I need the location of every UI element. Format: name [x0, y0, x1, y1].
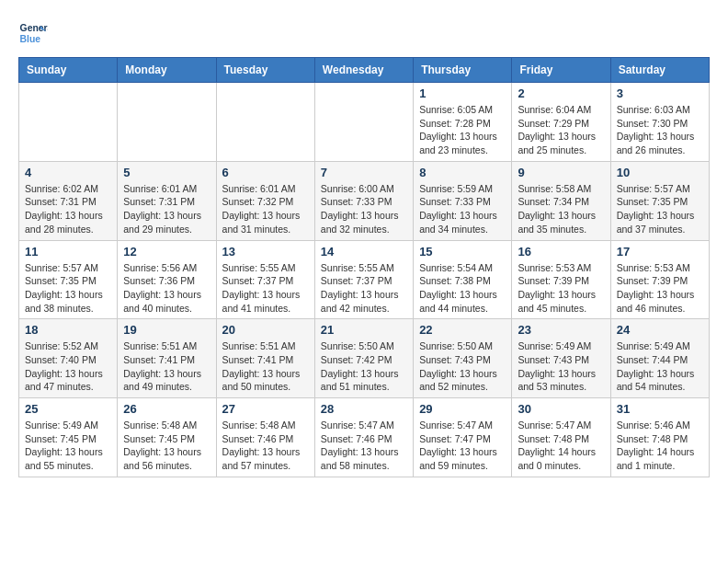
- calendar-table: SundayMondayTuesdayWednesdayThursdayFrid…: [18, 57, 710, 477]
- day-number: 9: [518, 166, 604, 179]
- calendar-row: 18Sunrise: 5:52 AMSunset: 7:40 PMDayligh…: [19, 319, 710, 398]
- day-info: Sunrise: 5:49 AMSunset: 7:43 PMDaylight:…: [518, 339, 604, 394]
- svg-text:General: General: [20, 23, 48, 33]
- day-info: Sunrise: 5:57 AMSunset: 7:35 PMDaylight:…: [617, 182, 703, 236]
- weekday-label: Friday: [512, 58, 610, 83]
- day-number: 19: [123, 323, 210, 337]
- weekday-label: Saturday: [610, 58, 709, 83]
- weekday-label: Sunday: [19, 58, 118, 83]
- weekday-label: Monday: [118, 58, 216, 83]
- day-info: Sunrise: 5:55 AMSunset: 7:37 PMDaylight:…: [321, 261, 407, 316]
- calendar-cell: [314, 83, 413, 162]
- day-info: Sunrise: 5:52 AMSunset: 7:40 PMDaylight:…: [25, 339, 111, 394]
- day-info: Sunrise: 5:47 AMSunset: 7:47 PMDaylight:…: [419, 419, 506, 473]
- calendar-row: 11Sunrise: 5:57 AMSunset: 7:35 PMDayligh…: [19, 240, 710, 319]
- day-number: 24: [617, 323, 703, 337]
- day-info: Sunrise: 5:53 AMSunset: 7:39 PMDaylight:…: [617, 261, 703, 316]
- page-header: General Blue: [18, 18, 710, 48]
- day-info: Sunrise: 5:46 AMSunset: 7:48 PMDaylight:…: [617, 419, 703, 473]
- day-info: Sunrise: 5:49 AMSunset: 7:45 PMDaylight:…: [25, 419, 111, 473]
- day-info: Sunrise: 5:50 AMSunset: 7:42 PMDaylight:…: [321, 339, 407, 394]
- day-number: 26: [123, 402, 210, 416]
- day-number: 29: [419, 402, 506, 416]
- day-number: 21: [321, 323, 407, 337]
- day-number: 18: [25, 323, 111, 337]
- day-info: Sunrise: 6:01 AMSunset: 7:31 PMDaylight:…: [123, 182, 210, 236]
- day-number: 4: [25, 166, 111, 179]
- calendar-cell: 14Sunrise: 5:55 AMSunset: 7:37 PMDayligh…: [314, 240, 413, 319]
- calendar-cell: 21Sunrise: 5:50 AMSunset: 7:42 PMDayligh…: [314, 319, 413, 398]
- weekday-header-row: SundayMondayTuesdayWednesdayThursdayFrid…: [19, 58, 710, 83]
- day-number: 7: [321, 166, 407, 179]
- day-number: 5: [123, 166, 210, 179]
- day-info: Sunrise: 5:56 AMSunset: 7:36 PMDaylight:…: [123, 261, 210, 316]
- calendar-cell: 31Sunrise: 5:46 AMSunset: 7:48 PMDayligh…: [610, 398, 709, 477]
- day-number: 2: [518, 86, 604, 100]
- calendar-cell: 10Sunrise: 5:57 AMSunset: 7:35 PMDayligh…: [610, 161, 709, 240]
- day-number: 27: [222, 402, 309, 416]
- calendar-cell: 7Sunrise: 6:00 AMSunset: 7:33 PMDaylight…: [314, 161, 413, 240]
- day-info: Sunrise: 6:00 AMSunset: 7:33 PMDaylight:…: [321, 182, 407, 236]
- calendar-body: 1Sunrise: 6:05 AMSunset: 7:28 PMDaylight…: [19, 83, 710, 477]
- calendar-cell: 11Sunrise: 5:57 AMSunset: 7:35 PMDayligh…: [19, 240, 118, 319]
- day-info: Sunrise: 6:05 AMSunset: 7:28 PMDaylight:…: [419, 103, 506, 157]
- day-info: Sunrise: 6:01 AMSunset: 7:32 PMDaylight:…: [222, 182, 309, 236]
- calendar-cell: 19Sunrise: 5:51 AMSunset: 7:41 PMDayligh…: [118, 319, 216, 398]
- day-number: 31: [617, 402, 703, 416]
- day-number: 13: [222, 245, 309, 259]
- calendar-cell: 13Sunrise: 5:55 AMSunset: 7:37 PMDayligh…: [216, 240, 314, 319]
- calendar-cell: 4Sunrise: 6:02 AMSunset: 7:31 PMDaylight…: [19, 161, 118, 240]
- calendar-cell: 24Sunrise: 5:49 AMSunset: 7:44 PMDayligh…: [610, 319, 709, 398]
- calendar-row: 4Sunrise: 6:02 AMSunset: 7:31 PMDaylight…: [19, 161, 710, 240]
- calendar-cell: 3Sunrise: 6:03 AMSunset: 7:30 PMDaylight…: [610, 83, 709, 162]
- day-number: 14: [321, 245, 407, 259]
- day-number: 12: [123, 245, 210, 259]
- calendar-cell: 28Sunrise: 5:47 AMSunset: 7:46 PMDayligh…: [314, 398, 413, 477]
- day-number: 1: [419, 86, 506, 100]
- day-number: 8: [419, 166, 506, 179]
- day-number: 22: [419, 323, 506, 337]
- calendar-cell: 27Sunrise: 5:48 AMSunset: 7:46 PMDayligh…: [216, 398, 314, 477]
- calendar-cell: 23Sunrise: 5:49 AMSunset: 7:43 PMDayligh…: [512, 319, 610, 398]
- day-number: 16: [518, 245, 604, 259]
- day-number: 25: [25, 402, 111, 416]
- calendar-cell: [19, 83, 118, 162]
- logo: General Blue: [18, 18, 48, 48]
- calendar-cell: 29Sunrise: 5:47 AMSunset: 7:47 PMDayligh…: [414, 398, 512, 477]
- calendar-cell: 17Sunrise: 5:53 AMSunset: 7:39 PMDayligh…: [610, 240, 709, 319]
- day-number: 10: [617, 166, 703, 179]
- weekday-label: Wednesday: [314, 58, 413, 83]
- day-info: Sunrise: 6:02 AMSunset: 7:31 PMDaylight:…: [25, 182, 111, 236]
- calendar-cell: 12Sunrise: 5:56 AMSunset: 7:36 PMDayligh…: [118, 240, 216, 319]
- day-number: 15: [419, 245, 506, 259]
- day-info: Sunrise: 5:54 AMSunset: 7:38 PMDaylight:…: [419, 261, 506, 316]
- day-number: 20: [222, 323, 309, 337]
- calendar-row: 25Sunrise: 5:49 AMSunset: 7:45 PMDayligh…: [19, 398, 710, 477]
- calendar-cell: 9Sunrise: 5:58 AMSunset: 7:34 PMDaylight…: [512, 161, 610, 240]
- day-info: Sunrise: 5:59 AMSunset: 7:33 PMDaylight:…: [419, 182, 506, 236]
- calendar-cell: [118, 83, 216, 162]
- day-info: Sunrise: 5:49 AMSunset: 7:44 PMDaylight:…: [617, 339, 703, 394]
- day-info: Sunrise: 5:55 AMSunset: 7:37 PMDaylight:…: [222, 261, 309, 316]
- day-number: 28: [321, 402, 407, 416]
- day-number: 23: [518, 323, 604, 337]
- day-info: Sunrise: 6:03 AMSunset: 7:30 PMDaylight:…: [617, 103, 703, 157]
- day-info: Sunrise: 6:04 AMSunset: 7:29 PMDaylight:…: [518, 103, 604, 157]
- weekday-label: Thursday: [414, 58, 512, 83]
- calendar-cell: 1Sunrise: 6:05 AMSunset: 7:28 PMDaylight…: [414, 83, 512, 162]
- calendar-cell: 15Sunrise: 5:54 AMSunset: 7:38 PMDayligh…: [414, 240, 512, 319]
- day-number: 6: [222, 166, 309, 179]
- weekday-label: Tuesday: [216, 58, 314, 83]
- logo-icon: General Blue: [18, 18, 48, 48]
- calendar-cell: 20Sunrise: 5:51 AMSunset: 7:41 PMDayligh…: [216, 319, 314, 398]
- day-info: Sunrise: 5:47 AMSunset: 7:46 PMDaylight:…: [321, 419, 407, 473]
- calendar-cell: 18Sunrise: 5:52 AMSunset: 7:40 PMDayligh…: [19, 319, 118, 398]
- calendar-cell: 26Sunrise: 5:48 AMSunset: 7:45 PMDayligh…: [118, 398, 216, 477]
- day-info: Sunrise: 5:47 AMSunset: 7:48 PMDaylight:…: [518, 419, 604, 473]
- calendar-cell: 2Sunrise: 6:04 AMSunset: 7:29 PMDaylight…: [512, 83, 610, 162]
- day-info: Sunrise: 5:53 AMSunset: 7:39 PMDaylight:…: [518, 261, 604, 316]
- day-number: 11: [25, 245, 111, 259]
- day-info: Sunrise: 5:58 AMSunset: 7:34 PMDaylight:…: [518, 182, 604, 236]
- calendar-cell: 5Sunrise: 6:01 AMSunset: 7:31 PMDaylight…: [118, 161, 216, 240]
- day-number: 30: [518, 402, 604, 416]
